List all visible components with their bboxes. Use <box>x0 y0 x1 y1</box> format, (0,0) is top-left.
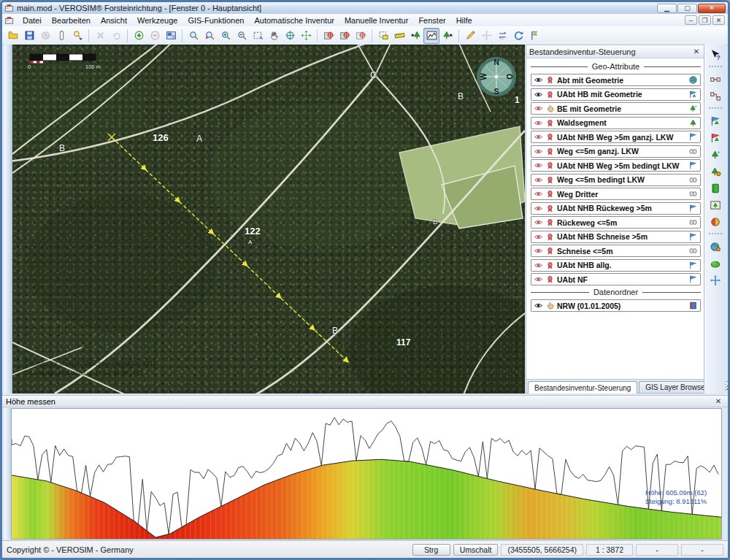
title-bar[interactable]: main.mod - VEROSIM® Forsteinrichtung - [… <box>2 2 728 15</box>
status-key-umschalt[interactable]: Umschalt <box>453 544 499 556</box>
side-green-bush-button[interactable] <box>707 255 724 272</box>
side-tree-screen-button[interactable] <box>707 196 724 213</box>
toolbar-crosshair-map-c-button[interactable] <box>353 28 369 44</box>
toolbar-orbit-button[interactable] <box>282 28 298 44</box>
status-key-strg[interactable]: Strg <box>412 544 450 556</box>
toolbar-magnifier-plus-button[interactable] <box>218 28 234 44</box>
mdi-close-button[interactable]: ✕ <box>712 15 725 25</box>
layer-row[interactable]: Abt mit Geometrie <box>531 74 701 86</box>
layer-row[interactable]: Weg Dritter <box>531 188 701 200</box>
flag-icon[interactable] <box>688 261 698 270</box>
toolbar-capsule-button[interactable] <box>53 28 69 44</box>
toolbar-flag-mark-button[interactable] <box>526 28 542 44</box>
toolbar-pan-hand-button[interactable] <box>266 28 282 44</box>
side-move-cross-blue-button[interactable] <box>707 272 724 288</box>
eye-visible-icon[interactable] <box>534 75 543 85</box>
menu-manuelle-inventur[interactable]: Manuelle Inventur <box>339 15 413 26</box>
toolbar-move-button[interactable] <box>478 28 494 44</box>
eye-visible-icon[interactable] <box>534 90 543 99</box>
eye-hidden-icon[interactable] <box>534 161 543 170</box>
toolbar-crosshair-map-a-button[interactable] <box>320 28 337 44</box>
menu-automatische-inventur[interactable]: Automatische Inventur <box>249 15 339 26</box>
menu-gis-funktionen[interactable]: GIS-Funktionen <box>182 15 249 26</box>
eye-hidden-icon[interactable] <box>534 175 543 185</box>
eye-hidden-icon[interactable] <box>534 118 543 128</box>
layer-row[interactable]: Weg <=5m bedingt LKW <box>531 174 701 186</box>
side-green-book-button[interactable] <box>707 180 724 196</box>
maximize-button[interactable]: ▢ <box>677 4 697 13</box>
toolbar-history-button[interactable] <box>37 28 53 44</box>
side-flag-tree-red-button[interactable] <box>707 129 724 146</box>
toolbar-add-node-button[interactable] <box>131 28 147 44</box>
left-dock-grip[interactable] <box>4 45 12 394</box>
menu-datei[interactable]: Datei <box>18 15 47 26</box>
toolbar-update-query-button[interactable]: ? <box>494 28 510 44</box>
layer-row[interactable]: UAbt NHB Weg >5m ganzj. LKW <box>531 131 701 143</box>
menu-ansicht[interactable]: Ansicht <box>96 15 132 26</box>
binoculars-icon[interactable] <box>688 147 698 156</box>
menu-bearbeiten[interactable]: Bearbeiten <box>47 15 96 26</box>
layer-row[interactable]: Weg <=5m ganzj. LKW <box>531 145 701 158</box>
toolbar-magnifier-button[interactable] <box>185 28 201 44</box>
minimize-button[interactable]: ▁ <box>657 4 677 13</box>
mdi-restore-button[interactable]: ❐ <box>699 15 711 25</box>
eye-hidden-icon[interactable] <box>534 246 543 256</box>
toolbar-crosshair-map-b-button[interactable] <box>337 28 353 44</box>
menu-hilfe[interactable]: Hilfe <box>451 15 477 26</box>
panel-close-icon[interactable]: ✕ <box>691 46 702 57</box>
toolbar-scale-arrows-button[interactable] <box>298 28 314 44</box>
binoculars-icon[interactable] <box>688 189 698 199</box>
toolbar-save-button[interactable] <box>21 28 37 44</box>
globe-icon[interactable] <box>688 75 698 85</box>
side-tree-orange-button[interactable] <box>707 163 724 180</box>
flag-icon[interactable] <box>688 204 698 213</box>
tree-flag-icon[interactable] <box>688 104 698 113</box>
flag-icon[interactable] <box>688 161 698 170</box>
side-tree-flag-green-button[interactable] <box>707 146 724 163</box>
eye-hidden-icon[interactable] <box>534 132 543 142</box>
layer-row[interactable]: UAbt NHB Schneise >5m <box>531 231 701 243</box>
menu-werkzeuge[interactable]: Werkzeuge <box>132 15 182 26</box>
binoculars-icon[interactable] <box>688 175 698 185</box>
eye-hidden-icon[interactable] <box>534 147 543 156</box>
side-sphere-colored-button[interactable] <box>707 213 724 230</box>
layer-row[interactable]: Waldsegment <box>531 117 701 129</box>
layer-row[interactable]: Rückeweg <=5m <box>531 216 701 229</box>
toolbar-tree-insert-button[interactable] <box>407 28 423 44</box>
flag-icon[interactable] <box>688 232 698 242</box>
toolbar-remove-node-button[interactable] <box>147 28 163 44</box>
side-help-cursor-button[interactable]: ? <box>707 46 724 63</box>
flag-tree-icon[interactable] <box>688 90 698 99</box>
toolbar-pencil-button[interactable] <box>462 28 478 44</box>
side-link-b-button[interactable] <box>707 88 724 104</box>
eye-hidden-icon[interactable] <box>534 261 543 270</box>
toolbar-magnifier-minus-button[interactable] <box>234 28 250 44</box>
binoculars-icon[interactable] <box>688 246 698 256</box>
layer-row[interactable]: UAbt NHB Rückeweg >5m <box>531 202 701 215</box>
layer-row[interactable]: UAbt NF <box>531 273 701 285</box>
eye-hidden-icon[interactable] <box>534 204 543 213</box>
side-flag-tree-blue-button[interactable] <box>707 112 724 129</box>
layer-row[interactable]: UAbt NHB Weg >5m bedingt LKW <box>531 159 701 172</box>
toolbar-zoom-pointer-button[interactable] <box>69 28 85 44</box>
map-viewport[interactable]: B126ACB1B122AB117NSOW0100 m© Institut fü… <box>12 45 525 394</box>
flag-icon[interactable] <box>688 132 698 142</box>
layer-row[interactable]: UAbt HB mit Geometrie <box>531 88 701 101</box>
layer-row[interactable]: BE mit Geometrie <box>531 102 701 115</box>
toolbar-select-rect-button[interactable] <box>250 28 266 44</box>
layer-row[interactable]: Schneise <=5m <box>531 245 701 257</box>
eye-hidden-icon[interactable] <box>534 232 543 242</box>
toolbar-open-folder-button[interactable] <box>5 28 21 44</box>
book-icon[interactable] <box>688 301 698 310</box>
close-button[interactable]: ✕ <box>698 4 726 13</box>
menu-fenster[interactable]: Fenster <box>413 15 450 26</box>
flag-icon[interactable] <box>688 275 698 284</box>
layer-row[interactable]: UAbt NHB allg. <box>531 259 701 272</box>
toolbar-delete-button[interactable] <box>92 28 108 44</box>
tab-bestandesinventur-steuerung[interactable]: Bestandesinventur-Steuerung <box>528 381 637 394</box>
mdi-minimize-button[interactable]: – <box>685 15 697 25</box>
toolbar-image-view-button[interactable] <box>163 28 179 44</box>
layer-row[interactable]: NRW (01.01.2005) <box>531 299 701 312</box>
toolbar-select-area-yellow-button[interactable] <box>375 28 391 44</box>
toolbar-magnifier-move-button[interactable] <box>201 28 218 44</box>
